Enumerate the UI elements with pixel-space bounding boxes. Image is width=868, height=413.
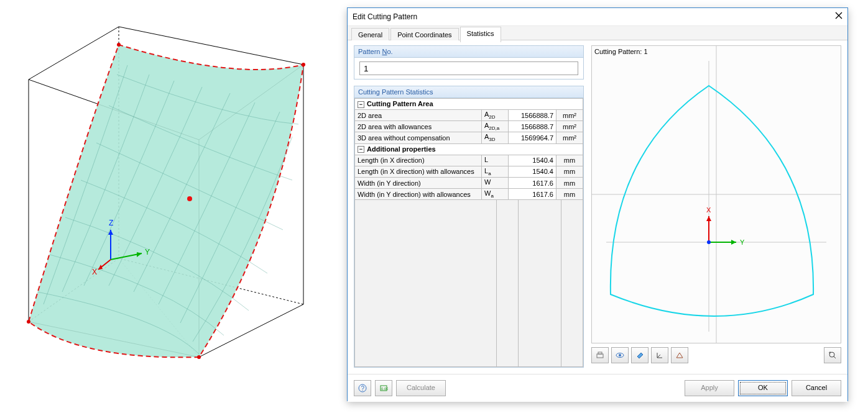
collapse-icon[interactable]: − <box>358 146 364 153</box>
svg-point-1 <box>302 63 305 66</box>
table-empty-area <box>354 200 583 367</box>
dialog-footer: ? 0.00 Calculate Apply OK Cancel <box>348 374 847 402</box>
section-props-label: Additional properties <box>367 145 436 153</box>
table-row: 2D areaA2D1566888.7mm² <box>355 110 583 121</box>
preview-axis-x-label: X <box>706 206 711 214</box>
table-row: Width (in Y direction) with allowancesWa… <box>355 189 583 200</box>
ok-button[interactable]: OK <box>738 380 788 396</box>
zoom-extents-icon[interactable] <box>824 347 841 363</box>
statistics-group: Cutting Pattern Statistics −Cutting Patt… <box>354 86 584 368</box>
preview-axis-y-label: Y <box>740 238 745 246</box>
tab-point-coordinates[interactable]: Point Coordinates <box>390 28 458 42</box>
preview-pane[interactable]: Cutting Pattern: 1 X Y <box>591 45 841 343</box>
close-icon[interactable] <box>835 8 843 25</box>
help-icon[interactable]: ? <box>354 380 371 396</box>
svg-marker-18 <box>731 240 736 245</box>
pattern-no-group: Pattern No. <box>354 45 584 79</box>
tab-general[interactable]: General <box>351 28 389 42</box>
preview-toolbar <box>591 347 841 363</box>
svg-line-25 <box>834 356 836 358</box>
axis-y-label: Y <box>145 248 150 256</box>
svg-point-3 <box>197 355 201 359</box>
collapse-icon[interactable]: − <box>358 101 364 108</box>
axes-icon[interactable] <box>651 347 668 363</box>
svg-point-23 <box>619 354 621 356</box>
section-area-label: Cutting Pattern Area <box>367 100 433 107</box>
supports-icon[interactable] <box>671 347 688 363</box>
svg-point-4 <box>187 196 192 201</box>
apply-button[interactable]: Apply <box>685 380 734 396</box>
viewport-3d[interactable]: Z Y X <box>6 6 330 404</box>
tab-strip: General Point Coordinates Statistics <box>348 25 847 40</box>
pattern-no-input[interactable] <box>359 61 578 75</box>
svg-point-24 <box>829 352 834 357</box>
svg-point-19 <box>707 240 711 244</box>
svg-text:?: ? <box>361 385 365 392</box>
show-all-icon[interactable] <box>611 347 629 363</box>
cancel-button[interactable]: Cancel <box>792 380 841 396</box>
svg-marker-16 <box>706 216 711 221</box>
axis-x-label: X <box>92 268 97 276</box>
table-row: 2D area with allowancesA2D,a1566888.7mm² <box>355 121 583 132</box>
svg-text:0.00: 0.00 <box>381 387 388 391</box>
table-row: Length (in X direction)L1540.4mm <box>355 155 583 166</box>
units-icon[interactable]: 0.00 <box>375 380 392 396</box>
svg-rect-21 <box>598 352 602 354</box>
table-row: 3D area without compensationA3D1569964.7… <box>355 132 583 143</box>
table-row: Width (in Y direction)W1617.6mm <box>355 177 583 188</box>
svg-point-0 <box>117 43 121 47</box>
erase-icon[interactable] <box>631 347 649 363</box>
calculate-button[interactable]: Calculate <box>396 380 446 396</box>
statistics-table: −Cutting Pattern Area 2D areaA2D1566888.… <box>354 98 583 200</box>
pattern-no-heading: Pattern No. <box>354 46 583 58</box>
svg-point-2 <box>27 320 30 324</box>
statistics-heading: Cutting Pattern Statistics <box>354 86 583 98</box>
table-row: Length (in X direction) with allowancesL… <box>355 166 583 177</box>
edit-cutting-pattern-dialog: Edit Cutting Pattern General Point Coord… <box>347 7 848 401</box>
tab-statistics[interactable]: Statistics <box>460 27 501 42</box>
svg-rect-20 <box>597 354 603 358</box>
preview-label: Cutting Pattern: 1 <box>594 48 648 55</box>
print-icon[interactable] <box>591 347 609 363</box>
dialog-title: Edit Cutting Pattern <box>353 8 417 25</box>
axis-z-label: Z <box>109 219 113 227</box>
